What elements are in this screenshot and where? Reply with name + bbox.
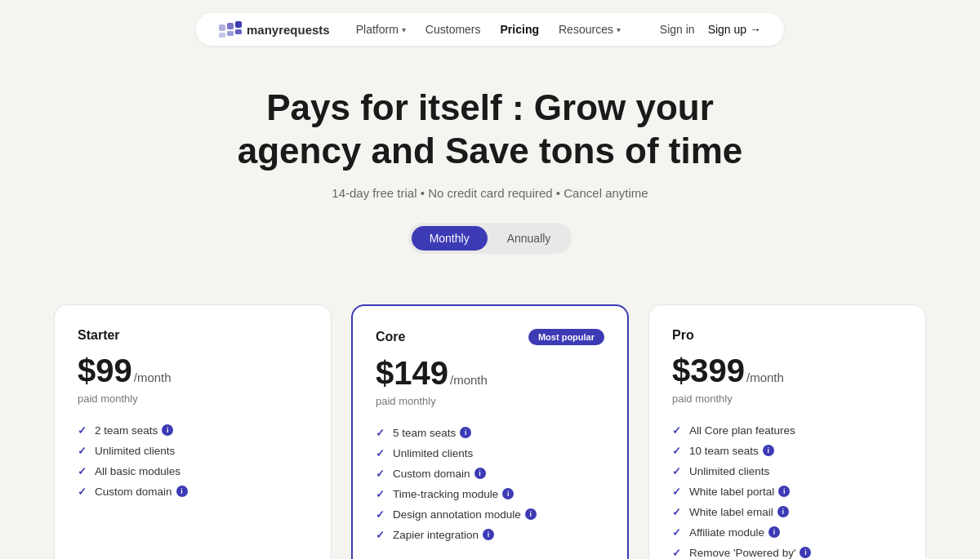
list-item: ✓ Custom domain i — [78, 486, 308, 498]
nav-pricing[interactable]: Pricing — [501, 23, 539, 36]
check-icon: ✓ — [376, 529, 385, 541]
check-icon: ✓ — [376, 508, 385, 521]
core-amount: $149 — [376, 355, 448, 392]
pro-header: Pro — [672, 328, 902, 343]
check-icon: ✓ — [672, 465, 681, 477]
starter-period: /month — [134, 370, 172, 384]
core-features: ✓ 5 team seats i ✓ Unlimited clients ✓ C… — [376, 427, 604, 558]
nav-actions: Sign in Sign up → — [660, 23, 761, 36]
annually-toggle[interactable]: Annually — [489, 226, 569, 251]
list-item: ✓ All basic modules — [78, 465, 308, 477]
pro-card: Pro $399 /month paid monthly ✓ All Core … — [648, 304, 926, 559]
most-popular-badge: Most popular — [528, 329, 604, 345]
logo-icon — [219, 21, 242, 38]
info-icon[interactable]: i — [525, 508, 537, 520]
signup-button[interactable]: Sign up → — [708, 23, 761, 36]
info-icon[interactable]: i — [460, 427, 471, 438]
check-icon: ✓ — [672, 506, 681, 518]
list-item: ✓ 2 team seats i — [78, 424, 308, 437]
signin-link[interactable]: Sign in — [660, 23, 695, 36]
starter-note: paid monthly — [78, 393, 308, 405]
pricing-section: Starter $99 /month paid monthly ✓ 2 team… — [0, 278, 980, 559]
list-item: ✓ Design annotation module i — [376, 508, 604, 521]
core-period: /month — [450, 373, 488, 387]
nav-customers[interactable]: Customers — [425, 23, 481, 36]
core-name: Core — [376, 330, 405, 344]
list-item: ✓ White label email i — [672, 506, 902, 518]
info-icon[interactable]: i — [502, 488, 514, 499]
list-item: ✓ Custom domain i — [376, 468, 604, 480]
pro-amount: $399 — [672, 353, 745, 389]
nav-links: Platform ▾ Customers Pricing Resources ▾ — [356, 23, 634, 36]
core-note: paid monthly — [376, 395, 604, 407]
starter-features: ✓ 2 team seats i ✓ Unlimited clients ✓ A… — [78, 424, 308, 559]
check-icon: ✓ — [672, 424, 681, 437]
starter-amount: $99 — [78, 353, 132, 389]
check-icon: ✓ — [672, 445, 681, 457]
check-icon: ✓ — [78, 424, 87, 437]
info-icon[interactable]: i — [483, 529, 494, 540]
core-card: Core Most popular $149 /month paid month… — [351, 304, 629, 559]
check-icon: ✓ — [376, 468, 385, 480]
nav-resources[interactable]: Resources ▾ — [559, 23, 621, 36]
billing-toggle: Monthly Annually — [408, 223, 572, 254]
check-icon: ✓ — [376, 447, 385, 459]
info-icon[interactable]: i — [474, 468, 486, 479]
starter-card: Starter $99 /month paid monthly ✓ 2 team… — [54, 304, 332, 559]
pro-price: $399 /month — [672, 353, 902, 389]
check-icon: ✓ — [672, 526, 681, 539]
check-icon: ✓ — [78, 465, 87, 477]
hero-section: Pays for itself : Grow your agency and S… — [0, 46, 980, 278]
core-price: $149 /month — [376, 355, 604, 392]
starter-price: $99 /month — [78, 353, 308, 389]
svg-rect-3 — [219, 33, 225, 38]
list-item: ✓ Affiliate module i — [672, 526, 902, 539]
list-item: ✓ Zapier integration i — [376, 529, 604, 541]
monthly-toggle[interactable]: Monthly — [412, 226, 488, 251]
pro-note: paid monthly — [672, 393, 902, 405]
list-item: ✓ All Core plan features — [672, 424, 902, 437]
list-item: ✓ 10 team seats i — [672, 445, 902, 457]
navbar: manyrequests Platform ▾ Customers Pricin… — [196, 13, 784, 46]
pro-features: ✓ All Core plan features ✓ 10 team seats… — [672, 424, 902, 559]
resources-chevron-icon: ▾ — [617, 25, 621, 34]
info-icon[interactable]: i — [800, 547, 811, 558]
info-icon[interactable]: i — [778, 486, 790, 497]
info-icon[interactable]: i — [763, 445, 774, 456]
logo[interactable]: manyrequests — [219, 21, 330, 38]
core-header: Core Most popular — [376, 329, 604, 345]
svg-rect-4 — [227, 31, 234, 36]
hero-subtitle: 14-day free trial • No credit card requi… — [0, 186, 980, 200]
check-icon: ✓ — [672, 486, 681, 498]
nav-platform[interactable]: Platform ▾ — [356, 23, 406, 36]
list-item: ✓ Time-tracking module i — [376, 488, 604, 500]
check-icon: ✓ — [376, 427, 385, 439]
check-icon: ✓ — [376, 488, 385, 500]
check-icon: ✓ — [78, 486, 87, 498]
check-icon: ✓ — [78, 445, 87, 457]
list-item: ✓ Unlimited clients — [78, 445, 308, 457]
list-item: ✓ Remove 'Powered by' i — [672, 547, 902, 559]
info-icon[interactable]: i — [162, 424, 173, 436]
navbar-wrapper: manyrequests Platform ▾ Customers Pricin… — [0, 0, 980, 46]
platform-chevron-icon: ▾ — [402, 25, 406, 34]
svg-rect-0 — [219, 24, 225, 31]
list-item: ✓ Unlimited clients — [672, 465, 902, 477]
list-item: ✓ Unlimited clients — [376, 447, 604, 459]
hero-title: Pays for itself : Grow your agency and S… — [204, 87, 776, 173]
info-icon[interactable]: i — [777, 506, 789, 517]
brand-name: manyrequests — [247, 23, 330, 37]
starter-header: Starter — [78, 328, 308, 343]
info-icon[interactable]: i — [176, 486, 188, 497]
svg-rect-1 — [227, 23, 234, 29]
svg-rect-5 — [235, 29, 242, 34]
check-icon: ✓ — [672, 547, 681, 559]
pro-period: /month — [746, 370, 784, 384]
list-item: ✓ White label portal i — [672, 486, 902, 498]
info-icon[interactable]: i — [768, 526, 780, 538]
list-item: ✓ 5 team seats i — [376, 427, 604, 439]
svg-rect-2 — [235, 21, 242, 28]
pro-name: Pro — [672, 328, 694, 343]
starter-name: Starter — [78, 328, 120, 343]
